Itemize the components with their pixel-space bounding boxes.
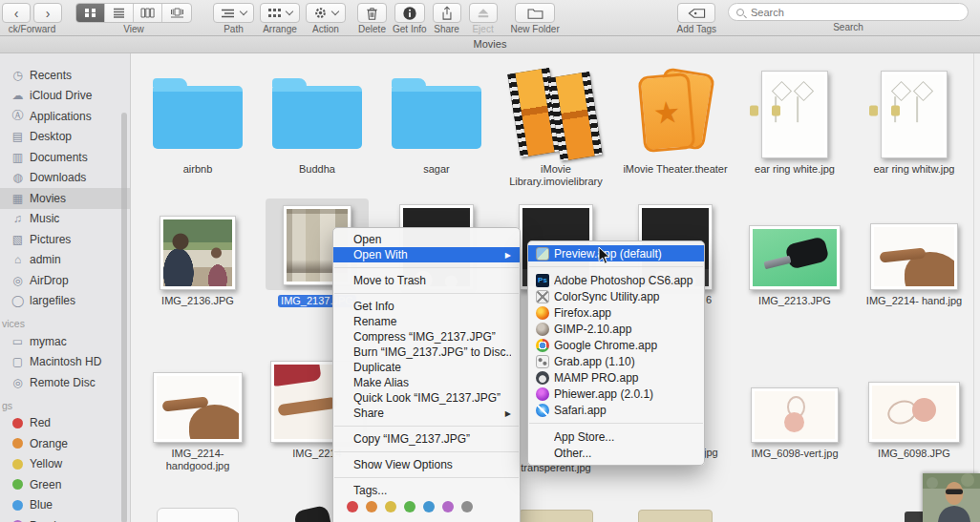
back-button[interactable]: ‹ xyxy=(2,3,31,23)
file-airbnb[interactable]: airbnb xyxy=(138,67,257,177)
sidebar-item-largefiles[interactable]: ◯largefiles xyxy=(0,291,130,312)
open-with-item-gimp-2-10-app[interactable]: GIMP-2.10.app xyxy=(528,321,704,337)
sidebar-item-macintosh-hd[interactable]: ▢Macintosh HD xyxy=(0,352,130,373)
sidebar-item-red[interactable]: Red xyxy=(0,413,130,434)
context-menu-item-move-to-trash[interactable]: Move to Trash xyxy=(333,273,520,288)
open-with-item-mamp-pro-app[interactable]: MAMP PRO.app xyxy=(528,369,704,386)
context-menu-item-open-with[interactable]: Open With▶ xyxy=(333,247,520,262)
file-icon-area: ★ xyxy=(624,67,727,158)
sidebar-item-icloud-drive[interactable]: ☁iCloud Drive xyxy=(0,86,130,107)
file-img-2213-jpg[interactable]: IMG_2213.JPG xyxy=(735,198,854,308)
open-with-item-adobe-photoshop-cs6-app[interactable]: PsAdobe Photoshop CS6.app xyxy=(528,272,704,288)
trash-icon xyxy=(365,6,379,21)
search-field[interactable] xyxy=(728,3,969,21)
open-with-item-other[interactable]: Other... xyxy=(528,445,704,461)
context-menu-item-tags[interactable]: Tags... xyxy=(333,483,520,498)
file-item-partial[interactable] xyxy=(138,491,257,522)
share-button[interactable] xyxy=(433,3,461,23)
add-tags-button[interactable] xyxy=(677,3,715,23)
open-with-item-firefox-app[interactable]: Firefox.app xyxy=(528,304,704,321)
add-tags-label: Add Tags xyxy=(676,24,716,34)
context-menu-item-open[interactable]: Open xyxy=(333,232,520,247)
view-grid-button[interactable] xyxy=(76,4,105,22)
context-menu-item-share[interactable]: Share▶ xyxy=(333,406,520,421)
menu-tag-dot-0[interactable] xyxy=(347,501,358,512)
sidebar-item-desktop[interactable]: ▤Desktop xyxy=(0,127,130,148)
file-img-2214-handgood-jpg[interactable]: IMG_2214-handgood.jpg xyxy=(138,351,257,473)
file-img-2214-hand-jpg[interactable]: IMG_2214- hand.jpg xyxy=(855,198,973,308)
get-info-button[interactable] xyxy=(394,3,425,23)
open-with-item-google-chrome-app[interactable]: Google Chrome.app xyxy=(528,337,704,353)
sidebar-item-yellow[interactable]: Yellow xyxy=(0,454,130,475)
menu-tag-dot-2[interactable] xyxy=(385,501,396,512)
sidebar-item-documents[interactable]: ▥Documents xyxy=(0,147,130,168)
sidebar-item-applications[interactable]: ⒶApplications xyxy=(0,106,130,127)
sidebar-item-purple[interactable]: Purple xyxy=(0,515,130,522)
context-menu-item-show-view-options[interactable]: Show View Options xyxy=(333,457,520,472)
sidebar-item-recents[interactable]: ◷Recents xyxy=(0,65,130,86)
menu-tag-dot-5[interactable] xyxy=(442,501,454,512)
menu-tag-dot-4[interactable] xyxy=(423,501,435,512)
file-buddha[interactable]: Buddha xyxy=(258,67,376,177)
view-columns-button[interactable] xyxy=(134,4,162,22)
sidebar-item-movies[interactable]: ▦Movies xyxy=(0,188,130,209)
open-with-item-phiewer-app-2-0-1[interactable]: Phiewer.app (2.0.1) xyxy=(528,386,704,402)
delete-button[interactable] xyxy=(357,3,387,23)
menu-tag-dot-1[interactable] xyxy=(366,501,377,512)
new-folder-button[interactable] xyxy=(515,3,555,23)
sidebar-item-mymac[interactable]: ▭mymac xyxy=(0,331,130,352)
search-input[interactable] xyxy=(749,6,960,19)
eject-button[interactable] xyxy=(469,3,498,23)
context-menu-item-copy-img-2137-jpg[interactable]: Copy “IMG_2137.JPG” xyxy=(333,431,520,447)
context-menu-item-get-info[interactable]: Get Info xyxy=(333,299,520,314)
chevron-down-icon xyxy=(240,8,247,15)
action-button[interactable] xyxy=(306,3,346,23)
sidebar-item-remote-disc[interactable]: ◎Remote Disc xyxy=(0,372,130,393)
file-item-partial[interactable] xyxy=(616,491,735,522)
sidebar-item-pictures[interactable]: ▧Pictures xyxy=(0,229,130,250)
arrange-button[interactable] xyxy=(260,3,300,23)
file-sagar[interactable]: sagar xyxy=(377,67,496,177)
forward-button[interactable]: › xyxy=(33,3,62,23)
file-ear-ring-whitw-jpg[interactable]: ear ring whitw.jpg xyxy=(855,67,973,177)
arrange-icon xyxy=(267,8,282,19)
sidebar-devices-header: vices xyxy=(0,314,130,331)
file-imovie-theater-theater[interactable]: ★iMovie Theater.theater xyxy=(616,67,735,177)
new-folder-group: New Folder xyxy=(511,3,560,34)
sidebar-item-green[interactable]: Green xyxy=(0,474,130,495)
file-ear-ring-white-jpg[interactable]: ear ring white.jpg xyxy=(735,67,854,177)
sidebar-item-music[interactable]: ♫Music xyxy=(0,209,130,230)
open-with-item-colorsync-utility-app[interactable]: ColorSync Utility.app xyxy=(528,288,704,304)
context-menu-item-quick-look-img-2137-jpg[interactable]: Quick Look “IMG_2137.JPG” xyxy=(333,390,520,406)
file-img-6098-vert-jpg[interactable]: IMG_6098-vert.jpg xyxy=(735,351,854,461)
sidebar-item-blue[interactable]: Blue xyxy=(0,495,130,516)
context-menu-item-burn-img-2137-jpg-to-disc[interactable]: Burn “IMG_2137.JPG” to Disc... xyxy=(333,345,520,360)
file-img-6098-jpg[interactable]: IMG_6098.JPG xyxy=(855,351,973,461)
path-button[interactable] xyxy=(213,3,254,23)
open-with-item-app-store[interactable]: App Store... xyxy=(528,428,704,445)
context-menu-item-rename[interactable]: Rename xyxy=(333,314,520,329)
menu-tag-dot-3[interactable] xyxy=(404,501,415,512)
context-menu-item-duplicate[interactable]: Duplicate xyxy=(333,360,520,375)
tag-color-dot xyxy=(12,438,23,449)
sidebar-item-admin[interactable]: ⌂admin xyxy=(0,250,130,271)
sidebar-scrollbar[interactable] xyxy=(121,113,127,522)
sidebar-item-airdrop[interactable]: ◎AirDrop xyxy=(0,270,130,291)
sidebar-item-orange[interactable]: Orange xyxy=(0,433,130,454)
vertical-scrollbar[interactable] xyxy=(973,53,980,522)
open-with-item-safari-app[interactable]: Safari.app xyxy=(528,402,704,418)
context-menu-item-compress-img-2137-jpg[interactable]: Compress “IMG_2137.JPG” xyxy=(333,329,520,345)
view-coverflow-button[interactable] xyxy=(162,4,191,22)
eject-group: Eject xyxy=(469,3,498,34)
menu-item-label: Tags... xyxy=(353,484,511,497)
file-imovie-library-imovielibrary[interactable]: iMovie Library.imovielibrary xyxy=(497,67,615,189)
arrange-label: Arrange xyxy=(263,24,297,34)
open-with-item-preview-app-default[interactable]: Preview.app (default) xyxy=(528,245,704,261)
file-img-2136-jpg[interactable]: IMG_2136.JPG xyxy=(138,198,257,308)
sidebar-item-downloads[interactable]: ◍Downloads xyxy=(0,168,130,189)
menu-tag-dot-6[interactable] xyxy=(461,501,473,512)
sidebar-item-label: mymac xyxy=(30,335,67,348)
view-list-button[interactable] xyxy=(105,4,134,22)
open-with-item-grab-app-1-10[interactable]: Grab.app (1.10) xyxy=(528,353,704,369)
context-menu-item-make-alias[interactable]: Make Alias xyxy=(333,375,520,390)
